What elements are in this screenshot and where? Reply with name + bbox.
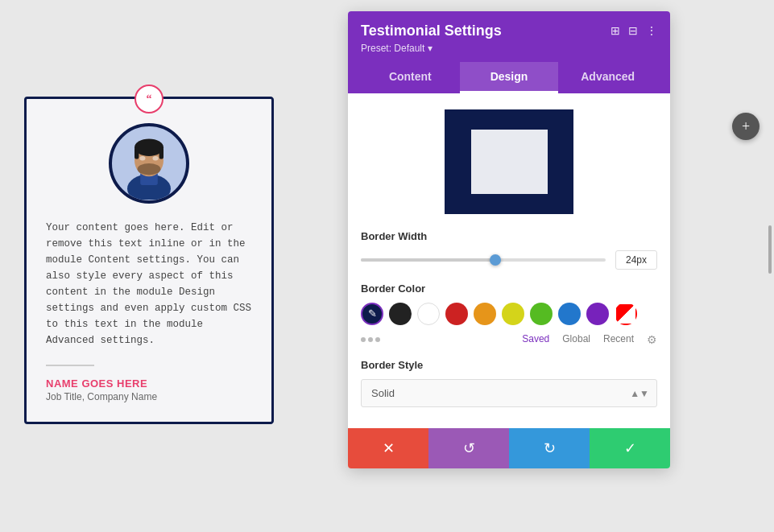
border-style-select[interactable]: Solid Dashed Dotted Double None <box>361 379 657 407</box>
preview-inner <box>471 130 548 194</box>
card-name: NAME GOES HERE <box>46 377 147 390</box>
color-swatch-red[interactable] <box>445 303 468 325</box>
tabs-row: Content Design Advanced <box>361 62 657 93</box>
svg-point-9 <box>139 156 145 160</box>
panel-body: Border Width 24px Border Color ✎ <box>348 93 670 428</box>
style-select-wrapper: Solid Dashed Dotted Double None ▲▼ <box>361 379 657 407</box>
svg-rect-6 <box>135 147 139 159</box>
panel-footer: ✕ ↺ ↻ ✓ <box>348 428 670 468</box>
slider-thumb[interactable] <box>490 254 501 266</box>
save-button[interactable]: ✓ <box>590 428 670 468</box>
cancel-button[interactable]: ✕ <box>348 428 428 468</box>
color-settings-icon[interactable]: ⚙ <box>647 333 657 346</box>
color-swatch-custom[interactable] <box>615 303 637 325</box>
redo-button[interactable]: ↻ <box>509 428 590 468</box>
preview-area <box>361 93 657 227</box>
border-width-track[interactable] <box>361 258 606 262</box>
border-color-label: Border Color <box>361 282 657 295</box>
panel-header-icons: ⊞ ⊟ ⋮ <box>611 24 657 38</box>
saved-tab[interactable]: Saved <box>522 333 549 346</box>
more-icon[interactable]: ⋮ <box>646 24 657 38</box>
testimonial-card: “ <box>24 97 274 424</box>
panel-header: Testimonial Settings ⊞ ⊟ ⋮ Preset: Defau… <box>348 11 670 93</box>
avatar <box>109 123 189 204</box>
color-picker-swatch[interactable]: ✎ <box>361 303 383 325</box>
dot3 <box>375 337 380 342</box>
svg-point-10 <box>153 156 159 160</box>
color-swatch-orange[interactable] <box>474 303 496 325</box>
add-button[interactable]: + <box>732 113 760 140</box>
panel-title: Testimonial Settings <box>361 23 502 39</box>
color-swatch-white[interactable] <box>417 303 440 325</box>
collapse-icon[interactable]: ⊟ <box>628 24 638 38</box>
svg-rect-7 <box>159 147 163 159</box>
recent-tab[interactable]: Recent <box>603 333 634 346</box>
tab-design[interactable]: Design <box>460 62 559 93</box>
border-width-value[interactable]: 24px <box>615 250 657 270</box>
color-swatch-black[interactable] <box>389 303 412 325</box>
border-color-section: Border Color ✎ <box>361 282 657 348</box>
global-tab[interactable]: Global <box>562 333 590 346</box>
color-swatch-yellow[interactable] <box>502 303 524 325</box>
color-swatches: ✎ <box>361 303 657 325</box>
color-tab-links: Saved Global Recent ⚙ <box>522 333 657 346</box>
color-tabs-row: Saved Global Recent ⚙ <box>361 332 657 348</box>
slider-fill <box>361 258 495 262</box>
color-swatch-blue[interactable] <box>558 303 581 325</box>
reset-button[interactable]: ↺ <box>428 428 509 468</box>
expand-icon[interactable]: ⊞ <box>611 24 620 38</box>
card-divider <box>46 365 94 366</box>
preview-box <box>445 109 573 214</box>
border-style-section: Border Style Solid Dashed Dotted Double … <box>361 359 657 407</box>
color-dots <box>361 337 380 342</box>
quote-icon: “ <box>135 85 163 113</box>
card-job-title: Job Title, Company Name <box>46 391 157 402</box>
border-style-label: Border Style <box>361 359 657 371</box>
border-width-label: Border Width <box>361 230 657 242</box>
border-width-slider-row: 24px <box>361 250 657 270</box>
dot2 <box>368 337 373 342</box>
color-swatch-purple[interactable] <box>586 303 609 325</box>
scrollbar[interactable] <box>768 225 772 274</box>
preset-row[interactable]: Preset: Default ▾ <box>361 43 657 54</box>
color-swatch-green[interactable] <box>530 303 553 325</box>
tab-content[interactable]: Content <box>361 62 460 93</box>
svg-point-8 <box>138 163 161 175</box>
tab-advanced[interactable]: Advanced <box>558 62 657 93</box>
settings-panel: Testimonial Settings ⊞ ⊟ ⋮ Preset: Defau… <box>348 11 670 468</box>
card-body-text: Your content goes here. Edit or remove t… <box>46 220 252 348</box>
dot1 <box>361 337 366 342</box>
